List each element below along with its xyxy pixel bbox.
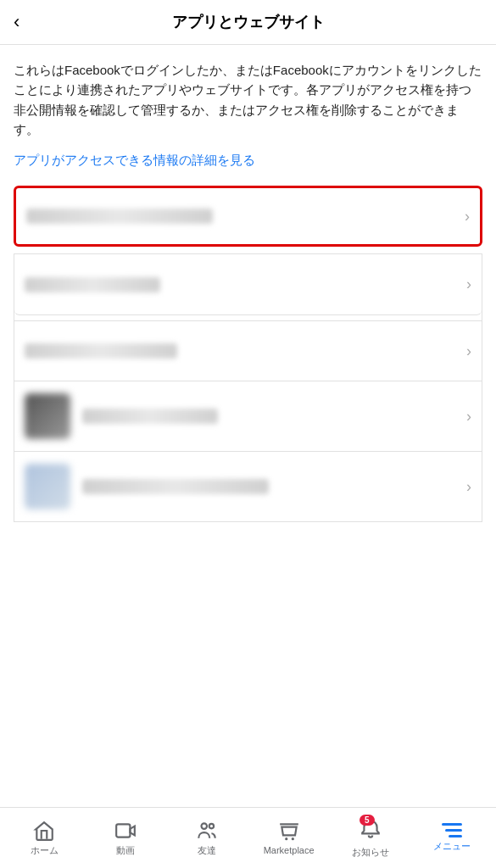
video-icon <box>114 820 137 842</box>
item-content <box>25 277 460 292</box>
chevron-right-icon: › <box>465 208 470 225</box>
friends-icon <box>196 820 218 842</box>
main-content: これらはFacebookでログインしたか、またはFacebookにアカウントをリ… <box>0 45 496 522</box>
list-item-1[interactable]: › <box>14 186 482 247</box>
nav-label-video: 動画 <box>116 844 135 857</box>
nav-item-friends[interactable]: 友達 <box>166 815 248 862</box>
list-item-2[interactable]: › <box>14 254 482 315</box>
item-label-blurred <box>82 479 269 494</box>
description-text: これらはFacebookでログインしたか、またはFacebookにアカウントをリ… <box>14 60 482 139</box>
notifications-badge: 5 <box>359 815 375 826</box>
chevron-right-icon: › <box>466 478 471 496</box>
svg-rect-0 <box>116 824 130 837</box>
item-label-blurred <box>25 343 177 359</box>
home-icon <box>33 820 55 842</box>
list-item-5[interactable]: › <box>14 452 482 521</box>
item-content <box>26 209 458 224</box>
bottom-nav: ホーム 動画 友達 Marketplace <box>0 807 496 868</box>
nav-item-home[interactable]: ホーム <box>3 815 85 862</box>
item-content <box>25 393 460 439</box>
nav-item-marketplace[interactable]: Marketplace <box>248 815 330 860</box>
chevron-right-icon: › <box>466 342 471 360</box>
info-link[interactable]: アプリがアクセスできる情報の詳細を見る <box>14 153 482 169</box>
page-title: アプリとウェブサイト <box>172 12 325 32</box>
header: ‹ アプリとウェブサイト <box>0 0 496 45</box>
marketplace-icon <box>278 821 300 843</box>
list-items-group: › › › › <box>14 253 482 522</box>
nav-item-menu[interactable]: メニュー <box>411 818 493 858</box>
nav-label-marketplace: Marketplace <box>264 845 315 855</box>
nav-item-notifications[interactable]: 5 お知らせ <box>330 813 411 864</box>
nav-label-notifications: お知らせ <box>352 846 389 859</box>
item-label-blurred <box>82 409 218 424</box>
item-icon-light <box>25 464 70 509</box>
menu-icon <box>442 823 462 837</box>
list-item-4[interactable]: › <box>14 381 482 452</box>
nav-label-menu: メニュー <box>433 840 471 853</box>
item-label-blurred <box>25 277 160 292</box>
item-icon-dark <box>25 393 70 439</box>
item-content <box>25 464 460 509</box>
item-content <box>25 343 460 359</box>
svg-point-1 <box>202 823 208 829</box>
svg-point-3 <box>285 837 287 840</box>
nav-item-video[interactable]: 動画 <box>85 815 166 862</box>
list-item-3[interactable]: › <box>14 320 482 381</box>
nav-label-friends: 友達 <box>198 844 216 857</box>
nav-label-home: ホーム <box>31 844 59 857</box>
item-label-blurred <box>26 209 213 224</box>
back-button[interactable]: ‹ <box>14 11 20 33</box>
svg-point-4 <box>291 837 293 840</box>
chevron-right-icon: › <box>466 408 471 426</box>
svg-point-2 <box>209 823 214 827</box>
chevron-right-icon: › <box>466 275 471 293</box>
